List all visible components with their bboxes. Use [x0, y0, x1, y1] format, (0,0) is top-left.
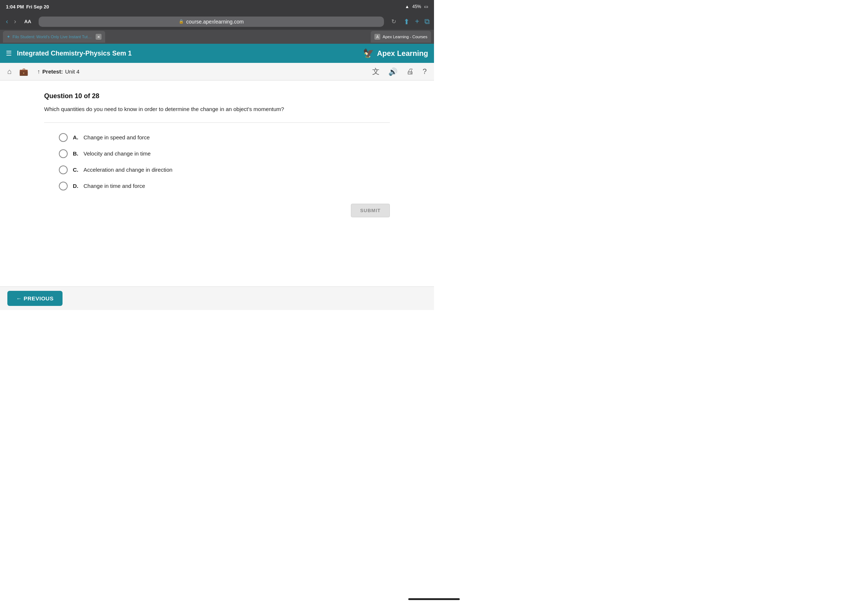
- answer-text-b: Velocity and change in time: [84, 150, 151, 157]
- tab-apex[interactable]: A Apex Learning - Courses: [371, 31, 431, 43]
- filo-icon: ✦: [7, 34, 10, 39]
- answer-letter-a: A.: [73, 134, 78, 141]
- share-button[interactable]: ⬆: [404, 17, 410, 26]
- filo-tab-close[interactable]: ✕: [96, 34, 102, 40]
- app-header: ☰ Integrated Chemistry-Physics Sem 1 🦅 A…: [0, 44, 434, 63]
- question-divider: [44, 122, 390, 123]
- filo-tab-label: Filo Student: World's Only Live Instant …: [12, 34, 93, 39]
- bottom-bar: ← PREVIOUS: [0, 286, 434, 310]
- browser-controls-left: ‹ › AA: [5, 16, 34, 27]
- browser-nav: ‹ ›: [5, 16, 18, 27]
- help-icon[interactable]: ?: [421, 66, 428, 77]
- status-time: 1:04 PM Fri Sep 20: [6, 4, 49, 9]
- pretest-label: Pretest:: [42, 68, 63, 75]
- toolbar-breadcrumb: ↑ Pretest: Unit 4: [30, 68, 371, 75]
- add-tab-button[interactable]: +: [415, 17, 419, 26]
- time-display: 1:04 PM: [6, 4, 24, 9]
- address-bar[interactable]: 🔒 course.apexlearning.com: [39, 17, 384, 27]
- radio-b[interactable]: [59, 149, 68, 158]
- tab-bar: ✦ Filo Student: World's Only Live Instan…: [0, 30, 434, 44]
- back-button[interactable]: ‹: [5, 16, 9, 27]
- status-indicators: ▲ 45% ▭: [405, 4, 428, 9]
- answer-option-d[interactable]: D. Change in time and force: [59, 182, 375, 190]
- answer-option-b[interactable]: B. Velocity and change in time: [59, 149, 375, 158]
- answer-text-d: Change in time and force: [84, 183, 145, 189]
- speaker-icon[interactable]: 🔊: [387, 66, 399, 77]
- apex-logo: 🦅 Apex Learning: [363, 48, 428, 59]
- portfolio-icon[interactable]: 💼: [18, 66, 30, 77]
- answer-letter-b: B.: [73, 150, 78, 157]
- answer-letter-d: D.: [73, 183, 78, 189]
- previous-button[interactable]: ← PREVIOUS: [7, 291, 62, 306]
- radio-c[interactable]: [59, 165, 68, 174]
- radio-a[interactable]: [59, 133, 68, 142]
- course-title: Integrated Chemistry-Physics Sem 1: [17, 49, 132, 57]
- home-icon[interactable]: ⌂: [6, 66, 13, 77]
- pretest-unit: Unit 4: [65, 68, 79, 75]
- toolbar-nav-icons: ⌂ 💼: [6, 66, 30, 77]
- answer-text-c: Acceleration and change in direction: [84, 167, 172, 173]
- browser-chrome: ··· ‹ › AA 🔒 course.apexlearning.com ↻ ⬆…: [0, 13, 434, 30]
- status-bar: 1:04 PM Fri Sep 20 ▲ 45% ▭: [0, 0, 434, 13]
- date-display: Fri Sep 20: [26, 4, 49, 9]
- battery-icon: ▭: [424, 4, 428, 9]
- print-icon[interactable]: 🖨: [405, 66, 415, 77]
- toolbar-actions: 文 🔊 🖨 ?: [371, 65, 428, 78]
- question-text: Which quantities do you need to know in …: [44, 105, 390, 114]
- battery-label: 45%: [412, 4, 421, 9]
- apex-logo-text: Apex Learning: [377, 49, 428, 58]
- apex-tab-label: Apex Learning - Courses: [382, 34, 427, 39]
- submit-button[interactable]: SUBMIT: [351, 204, 390, 217]
- up-arrow-icon: ↑: [37, 68, 40, 75]
- translate-icon[interactable]: 文: [371, 65, 381, 78]
- menu-icon[interactable]: ☰: [6, 49, 12, 57]
- apex-tab-badge: A: [374, 34, 380, 40]
- question-number: Question 10 of 28: [44, 92, 390, 100]
- answer-option-c[interactable]: C. Acceleration and change in direction: [59, 165, 375, 174]
- lock-icon: 🔒: [179, 19, 184, 24]
- tab-filo[interactable]: ✦ Filo Student: World's Only Live Instan…: [3, 31, 105, 43]
- forward-button[interactable]: ›: [12, 16, 18, 27]
- answer-options: A. Change in speed and force B. Velocity…: [44, 133, 390, 190]
- refresh-button[interactable]: ↻: [388, 17, 399, 26]
- text-size-button[interactable]: AA: [21, 17, 34, 26]
- browser-controls-right: ⬆ + ⧉: [404, 17, 430, 26]
- dots-indicator: ···: [212, 19, 222, 26]
- main-content: Question 10 of 28 Which quantities do yo…: [0, 80, 434, 286]
- apex-logo-icon: 🦅: [363, 48, 374, 59]
- app-header-left: ☰ Integrated Chemistry-Physics Sem 1: [6, 49, 132, 57]
- toolbar: ⌂ 💼 ↑ Pretest: Unit 4 文 🔊 🖨 ?: [0, 63, 434, 80]
- answer-option-a[interactable]: A. Change in speed and force: [59, 133, 375, 142]
- submit-row: SUBMIT: [44, 204, 390, 217]
- answer-text-a: Change in speed and force: [84, 134, 150, 141]
- wifi-icon: ▲: [405, 4, 409, 9]
- tabs-button[interactable]: ⧉: [424, 17, 430, 26]
- radio-d[interactable]: [59, 182, 68, 190]
- answer-letter-c: C.: [73, 167, 78, 173]
